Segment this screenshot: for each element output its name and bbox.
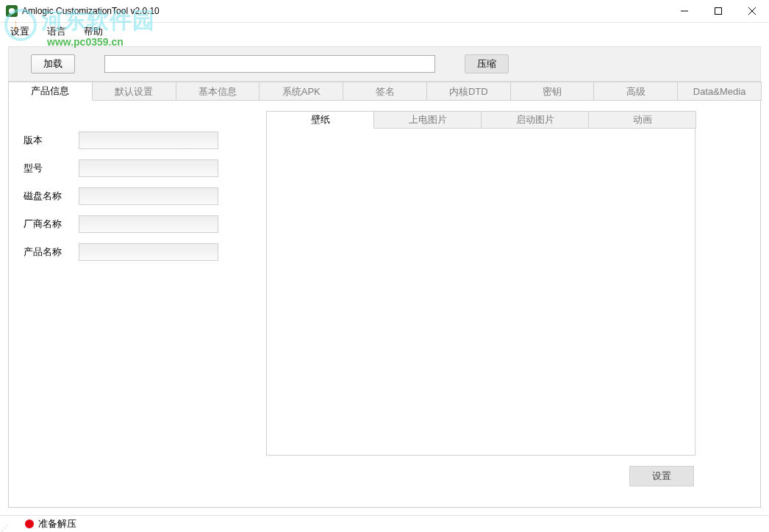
menu-language[interactable]: 语言 (44, 24, 69, 40)
input-product[interactable] (79, 243, 218, 261)
label-version: 版本 (24, 134, 79, 147)
form-area: 版本 型号 磁盘名称 厂商名称 产品名称 (24, 132, 244, 271)
app-icon (6, 5, 18, 17)
subtab-panel (266, 128, 695, 456)
settings-btn-row: 设置 (629, 466, 694, 486)
main-tabs: 产品信息 默认设置 基本信息 系统APK 签名 内核DTD 密钥 高级 Data… (8, 82, 761, 101)
close-button[interactable] (735, 0, 769, 23)
tab-kernel-dtd[interactable]: 内核DTD (426, 82, 511, 101)
row-vendor: 厂商名称 (24, 215, 244, 233)
status-indicator-icon (25, 520, 34, 528)
label-model: 型号 (24, 162, 79, 175)
subtab-boot-image[interactable]: 启动图片 (481, 111, 589, 129)
statusbar: 准备解压 (0, 515, 769, 532)
tab-default-settings[interactable]: 默认设置 (92, 82, 176, 101)
window-controls (668, 0, 769, 23)
input-disk[interactable] (79, 187, 218, 205)
row-version: 版本 (24, 132, 244, 149)
minimize-button[interactable] (668, 0, 701, 23)
maximize-button[interactable] (701, 0, 735, 23)
tab-signature[interactable]: 签名 (343, 82, 427, 101)
row-product: 产品名称 (24, 243, 244, 261)
row-model: 型号 (24, 159, 244, 177)
load-button[interactable]: 加载 (31, 54, 75, 73)
tab-keys[interactable]: 密钥 (510, 82, 595, 101)
input-vendor[interactable] (79, 215, 218, 233)
status-text: 准备解压 (38, 517, 76, 531)
window-title: Amlogic CustomizationTool v2.0.10 (22, 6, 160, 16)
toolbar: 加载 压缩 (8, 46, 761, 82)
path-input[interactable] (104, 55, 435, 73)
input-version[interactable] (79, 132, 218, 149)
tab-advanced[interactable]: 高级 (593, 82, 678, 101)
tab-data-media[interactable]: Data&Media (677, 82, 762, 101)
titlebar-left: Amlogic CustomizationTool v2.0.10 (6, 5, 160, 17)
compress-button[interactable]: 压缩 (465, 54, 509, 73)
sub-tabs: 壁纸 上电图片 启动图片 动画 (266, 111, 695, 129)
tab-system-apk[interactable]: 系统APK (259, 82, 343, 101)
tab-panel: 版本 型号 磁盘名称 厂商名称 产品名称 壁纸 上电 (8, 100, 761, 508)
row-disk: 磁盘名称 (24, 187, 244, 205)
menu-help[interactable]: 帮助 (81, 24, 106, 40)
label-vendor: 厂商名称 (24, 218, 79, 231)
input-model[interactable] (79, 159, 218, 177)
menu-settings[interactable]: 设置 (7, 24, 32, 40)
menubar: 设置 语言 帮助 (0, 23, 769, 40)
label-product: 产品名称 (24, 245, 79, 259)
right-panel: 壁纸 上电图片 启动图片 动画 (266, 111, 695, 456)
tab-basic-info[interactable]: 基本信息 (176, 82, 260, 101)
subtab-animation[interactable]: 动画 (588, 111, 696, 129)
titlebar: Amlogic CustomizationTool v2.0.10 (0, 0, 769, 23)
settings-button[interactable]: 设置 (629, 466, 694, 486)
tab-product-info[interactable]: 产品信息 (8, 82, 93, 101)
svg-rect-1 (715, 8, 722, 15)
subtab-poweron-image[interactable]: 上电图片 (373, 111, 482, 129)
content-area: 加载 压缩 产品信息 默认设置 基本信息 系统APK 签名 内核DTD 密钥 高… (2, 40, 767, 515)
resize-grip-icon[interactable] (1, 522, 10, 531)
subtab-wallpaper[interactable]: 壁纸 (266, 111, 374, 129)
label-disk: 磁盘名称 (24, 190, 79, 203)
